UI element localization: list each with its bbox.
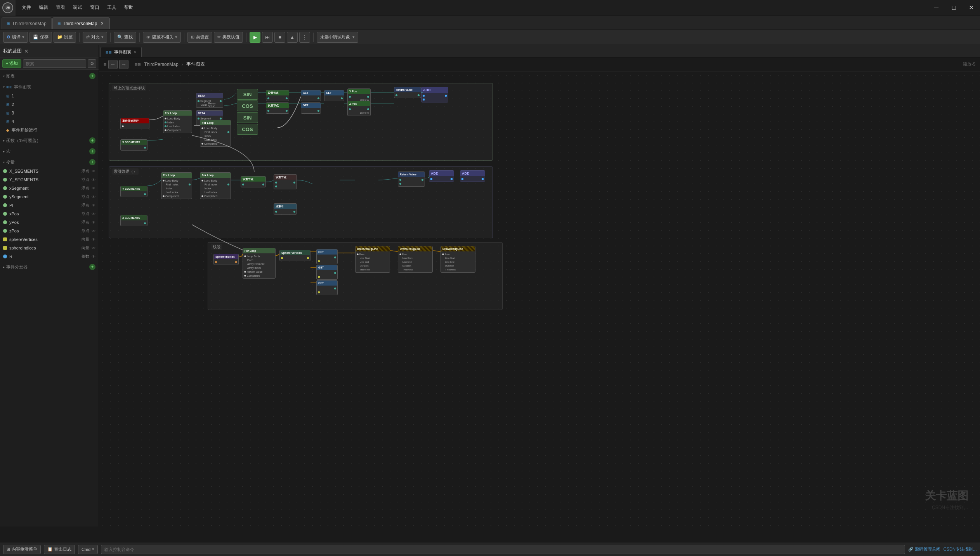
var-eye-sphere-vertices[interactable]: 👁 (92, 237, 95, 242)
var-y-segments[interactable]: Y_SEGMENTS 浮点 👁 (0, 175, 99, 184)
graph-item-2[interactable]: ⊞ 2 (0, 100, 99, 109)
return-val-1[interactable]: Return Value (394, 87, 421, 98)
get-g3-1[interactable]: GET (316, 249, 338, 264)
var-eye-ypos[interactable]: 👁 (92, 220, 95, 225)
var-zpos[interactable]: zPos 浮点 👁 (0, 227, 99, 235)
var-r[interactable]: R 整数 👁 (0, 252, 99, 261)
set-node-2[interactable]: 设置节点 (266, 102, 289, 114)
menu-file[interactable]: 文件 (19, 3, 34, 12)
cos-node-1[interactable]: COS (237, 100, 258, 111)
event-graph-header[interactable]: ▾ ⊞⊞ 事件图表 (0, 82, 99, 92)
var-pi[interactable]: PI 浮点 👁 (0, 201, 99, 210)
close-button[interactable]: ✕ (963, 0, 980, 15)
for-loop-g3[interactable]: For Loop Loop Body Exec Array Element Ar… (243, 248, 276, 279)
tab-1[interactable]: ⊞ ThirdPersonMap (2, 17, 52, 29)
get-node-1[interactable]: GET (301, 90, 321, 101)
macros-header[interactable]: ▸ 宏 + (0, 147, 99, 156)
sphere-vertices-get[interactable]: Sphere Vertices (279, 250, 310, 261)
var-sphere-vertices[interactable]: sphereVertices 向量 👁 (0, 235, 99, 244)
get-node-2[interactable]: GET (301, 102, 321, 114)
add-node-1[interactable]: ADD (421, 87, 448, 102)
draw-debug-2[interactable]: DrawDebugLine Exec Line Start Line End D… (398, 246, 433, 273)
for-loop-2[interactable]: For Loop Loop Body First Index Index Las… (200, 120, 231, 147)
var-eye-xpos[interactable]: 👁 (92, 212, 95, 216)
nav-forward-button[interactable]: → (119, 60, 128, 69)
var-eye-x-segment[interactable]: 👁 (92, 186, 95, 191)
graph-item-1[interactable]: ⊞ 1 (0, 92, 99, 100)
tab-2[interactable]: ⊞ ThirdPersonMap ✕ (52, 17, 110, 29)
sphere-indices-node[interactable]: Sphere Indices (213, 254, 239, 265)
z-pos-set[interactable]: Z Pos 返回节点 (347, 101, 371, 116)
class-defaults-button[interactable]: ✏ 类默认值 (214, 32, 243, 43)
get-g3-2[interactable]: GET (316, 265, 338, 280)
panel-close-button[interactable]: ✕ (24, 48, 29, 54)
var-eye-r[interactable]: 👁 (92, 255, 95, 259)
class-settings-button[interactable]: ⊞ 类设置 (187, 32, 212, 43)
var-ypos[interactable]: yPos 浮点 👁 (0, 218, 99, 227)
for-loop-1[interactable]: For Loop Loop Body Index Last Index Comp… (163, 110, 192, 133)
minimize-button[interactable]: ─ (928, 0, 945, 15)
sin-node-2[interactable]: SIN (237, 112, 258, 123)
extra-debug-button[interactable]: ⋮ (299, 32, 310, 43)
find-button[interactable]: 🔍 查找 (114, 32, 136, 43)
beta-node-1[interactable]: BETA Segment ValueReturn Value (196, 93, 223, 108)
browse-button[interactable]: 📁 浏览 (54, 32, 76, 43)
var-eye-sphere-indices[interactable]: 👁 (92, 246, 95, 250)
play-button[interactable]: ▶ (250, 32, 260, 43)
var-x-segment[interactable]: xSegment 浮点 👁 (0, 184, 99, 192)
graph-item-3[interactable]: ⊞ 3 (0, 109, 99, 117)
x-segments-node[interactable]: X SEGMENTS (120, 139, 147, 151)
cmd-button[interactable]: Cmd ▾ (78, 545, 98, 554)
for-loop-g2-1[interactable]: For Loop Loop Body First Index Index Las… (161, 172, 192, 199)
source-control-link[interactable]: 🔗 源码管理关闭 (908, 546, 940, 552)
add-node-g2-2[interactable]: ADD (460, 170, 485, 182)
menu-help[interactable]: 帮助 (121, 3, 137, 12)
draw-debug-1[interactable]: DrawDebugLine Exec Line Start Line End D… (355, 246, 390, 273)
functions-add-button[interactable]: + (89, 137, 95, 144)
functions-header[interactable]: ▸ 函数（19可覆盖） + (0, 136, 99, 145)
variables-add-button[interactable]: + (89, 159, 95, 165)
draw-debug-3[interactable]: DrawDebugLine Exec Line Start Line End D… (441, 246, 475, 273)
bp-tab-close[interactable]: ✕ (134, 50, 137, 54)
menu-edit[interactable]: 编辑 (36, 3, 51, 12)
event-dispatchers-add-button[interactable]: + (89, 264, 95, 270)
var-eye-y-segment[interactable]: 👁 (92, 195, 95, 199)
search-input[interactable] (23, 59, 86, 68)
panel-settings-button[interactable]: ⚙ (88, 59, 96, 68)
compile-button[interactable]: ⚙ 编译 ▾ (3, 32, 28, 43)
hide-button[interactable]: 👁 隐藏不相关 ▾ (143, 32, 181, 43)
add-button[interactable]: + 添加 (2, 59, 21, 68)
set-node-1[interactable]: 设置节点 (266, 90, 289, 101)
menu-tools[interactable]: 工具 (104, 3, 120, 12)
var-eye-zpos[interactable]: 👁 (92, 229, 95, 233)
save-button[interactable]: 💾 保存 (29, 32, 52, 43)
add-node-g2-1[interactable]: ADD (429, 170, 454, 182)
blueprint-canvas[interactable]: 球上的顶点坐标线 索引效逻（） 线段 事件开始运行 (99, 71, 980, 527)
graph-item-event[interactable]: ◆ 事件开始运行 (0, 126, 99, 134)
graph-add-button[interactable]: + (89, 73, 95, 79)
set-idx-1[interactable]: 设置节点 (241, 176, 266, 187)
var-sphere-indices[interactable]: sphereIndices 向量 👁 (0, 244, 99, 252)
macros-add-button[interactable]: + (89, 148, 95, 154)
var-eye-x-segments[interactable]: 👁 (92, 169, 95, 173)
cmd-input[interactable] (101, 545, 905, 554)
menu-window[interactable]: 窗口 (87, 3, 102, 12)
step-button[interactable]: ⏭ (262, 32, 273, 43)
variables-header[interactable]: ▾ 变量 + (0, 158, 99, 167)
stop-button[interactable]: ■ (274, 32, 285, 43)
point-index-node[interactable]: 点索引 (274, 203, 297, 215)
menu-debug[interactable]: 调试 (70, 3, 85, 12)
var-x-segments[interactable]: X_SEGMENTS 浮点 👁 (0, 167, 99, 175)
sin-node-1[interactable]: SIN (237, 89, 258, 100)
get-g3-3[interactable]: GET (316, 280, 338, 295)
cos-node-2[interactable]: COS (237, 124, 258, 135)
for-loop-g2-2[interactable]: For Loop Loop Body First Index Index Las… (200, 172, 231, 199)
content-browser-button[interactable]: ⊞ 内容侧滑菜单 (3, 545, 41, 554)
graph-item-4[interactable]: ⊞ 4 (0, 117, 99, 126)
tab-2-close[interactable]: ✕ (99, 21, 105, 26)
event-dispatchers-header[interactable]: ▸ 事件分发器 + (0, 262, 99, 272)
bp-tab-event-graph[interactable]: ⊞⊞ 事件图表 ✕ (101, 47, 142, 57)
y-segments-g2[interactable]: Y SEGMENTS (120, 186, 147, 197)
return-val-g2[interactable]: Return Value (398, 171, 425, 187)
menu-view[interactable]: 查看 (53, 3, 68, 12)
